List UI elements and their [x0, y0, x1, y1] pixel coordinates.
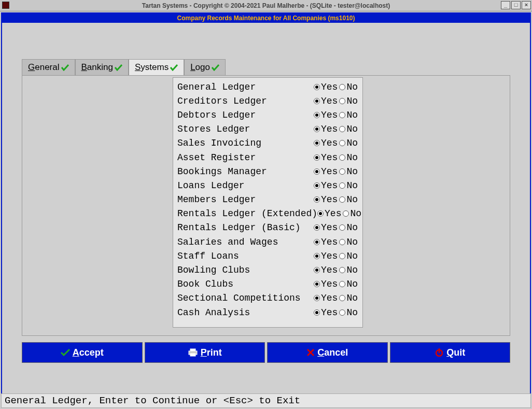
radio-yes[interactable] [314, 253, 320, 259]
tab-logo[interactable]: Logo [184, 59, 226, 75]
option-yes-label: Yes [321, 194, 338, 205]
cancel-button[interactable]: Cancel [267, 342, 388, 363]
system-row: General LedgerYesNo [177, 80, 358, 94]
system-row: Rentals Ledger (Extended)YesNo [177, 207, 358, 221]
option-no-label: No [350, 208, 361, 219]
radio-yes[interactable] [314, 182, 320, 189]
radio-no[interactable] [339, 224, 345, 231]
system-label: Staff Loans [177, 251, 239, 261]
radio-yes[interactable] [314, 98, 320, 104]
option-no-label: No [346, 82, 358, 92]
system-label: Book Clubs [177, 279, 233, 289]
tab-banking[interactable]: Banking [75, 59, 129, 75]
radio-yes[interactable] [314, 168, 320, 175]
system-options: YesNo [314, 166, 358, 177]
radio-yes[interactable] [314, 126, 320, 132]
system-row: Asset RegisterYesNo [177, 150, 358, 164]
system-options: YesNo [314, 194, 358, 205]
option-yes-label: Yes [321, 166, 338, 177]
radio-no[interactable] [339, 98, 345, 104]
option-no-label: No [346, 307, 358, 318]
system-label: Rentals Ledger (Basic) [177, 222, 301, 233]
radio-no[interactable] [339, 168, 345, 175]
minimize-button[interactable]: _ [501, 1, 510, 9]
option-yes-label: Yes [321, 222, 338, 233]
radio-no[interactable] [339, 281, 345, 287]
radio-no[interactable] [339, 267, 345, 273]
radio-yes[interactable] [314, 154, 320, 161]
option-yes-label: Yes [321, 96, 338, 106]
option-yes-label: Yes [321, 138, 338, 148]
accept-button[interactable]: Accept [22, 342, 143, 363]
tab-systems[interactable]: Systems [129, 59, 184, 75]
print-button[interactable]: Print [145, 342, 265, 363]
tab-label: Systems [135, 62, 169, 73]
option-yes-label: Yes [321, 307, 338, 318]
radio-no[interactable] [339, 154, 345, 161]
form-banner: Company Records Maintenance for All Comp… [2, 13, 530, 23]
radio-no[interactable] [339, 140, 345, 146]
radio-yes[interactable] [314, 224, 320, 231]
radio-no[interactable] [339, 84, 345, 90]
system-label: Debtors Ledger [177, 110, 256, 120]
radio-no[interactable] [343, 210, 349, 217]
system-label: Bowling Clubs [177, 265, 250, 275]
option-no-label: No [346, 293, 358, 303]
radio-yes[interactable] [314, 267, 320, 273]
system-row: Creditors LedgerYesNo [177, 94, 358, 108]
radio-no[interactable] [339, 112, 345, 118]
option-no-label: No [346, 279, 358, 289]
app-icon [2, 2, 9, 9]
window-title: Tartan Systems - Copyright © 2004-2021 P… [142, 2, 390, 9]
system-row: Stores LedgerYesNo [177, 122, 358, 136]
radio-yes[interactable] [317, 210, 324, 217]
system-row: Salaries and WagesYesNo [177, 235, 358, 249]
tab-label: Banking [81, 62, 113, 73]
system-row: Sectional CompetitionsYesNo [177, 291, 358, 305]
radio-no[interactable] [339, 309, 345, 316]
system-label: Sales Invoicing [177, 138, 261, 148]
option-yes-label: Yes [321, 251, 338, 261]
system-options: YesNo [314, 138, 358, 148]
option-yes-label: Yes [321, 237, 338, 247]
radio-no[interactable] [339, 182, 345, 189]
system-label: Members Ledger [177, 194, 256, 205]
radio-no[interactable] [339, 196, 345, 203]
system-row: Staff LoansYesNo [177, 249, 358, 263]
system-options: YesNo [314, 82, 358, 92]
radio-yes[interactable] [314, 112, 320, 118]
tab-general[interactable]: General [22, 59, 75, 75]
radio-no[interactable] [339, 239, 345, 245]
radio-yes[interactable] [314, 309, 320, 316]
close-button[interactable]: × [522, 1, 531, 9]
option-no-label: No [346, 138, 358, 148]
system-options: YesNo [314, 124, 358, 134]
radio-no[interactable] [339, 126, 345, 132]
radio-no[interactable] [339, 253, 345, 259]
system-label: Asset Register [177, 152, 256, 163]
x-icon [306, 348, 315, 357]
radio-yes[interactable] [314, 140, 320, 146]
option-no-label: No [346, 180, 358, 191]
system-options: YesNo [314, 152, 358, 163]
radio-yes[interactable] [314, 196, 320, 203]
radio-yes[interactable] [314, 239, 320, 245]
tabs-row: GeneralBankingSystemsLogo [22, 59, 530, 75]
system-options: YesNo [314, 237, 358, 247]
system-row: Members LedgerYesNo [177, 193, 358, 207]
radio-yes[interactable] [314, 84, 320, 90]
system-options: YesNo [314, 279, 358, 289]
system-label: Creditors Ledger [177, 96, 267, 106]
quit-button[interactable]: Quit [390, 342, 511, 363]
radio-no[interactable] [339, 295, 345, 301]
check-icon [212, 64, 219, 71]
radio-yes[interactable] [314, 295, 320, 301]
system-label: Rentals Ledger (Extended) [177, 208, 317, 219]
maximize-button[interactable]: □ [511, 1, 521, 9]
option-yes-label: Yes [321, 124, 338, 134]
option-no-label: No [346, 152, 358, 163]
option-no-label: No [346, 265, 358, 275]
system-options: YesNo [314, 307, 358, 318]
radio-yes[interactable] [314, 281, 320, 287]
systems-panel: General LedgerYesNoCreditors LedgerYesNo… [173, 77, 363, 328]
